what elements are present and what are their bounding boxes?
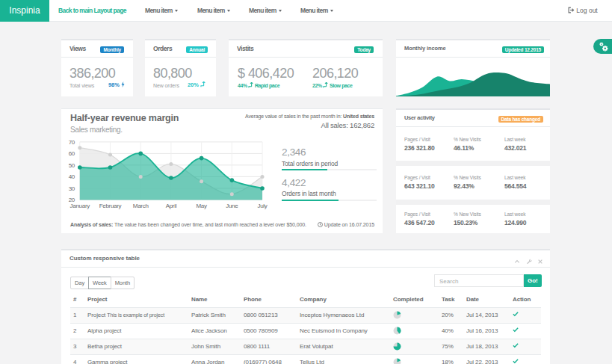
svg-text:May: May [196,203,207,209]
svg-text:50: 50 [69,162,75,169]
svg-text:April: April [166,203,177,209]
svg-text:February: February [99,203,122,209]
svg-text:30: 30 [69,185,75,192]
svg-text:70: 70 [69,139,75,146]
svg-text:March: March [133,203,149,209]
svg-text:July: July [257,203,267,209]
svg-text:January: January [70,203,90,209]
svg-text:60: 60 [69,150,75,157]
svg-text:June: June [226,203,238,209]
svg-text:40: 40 [69,173,75,180]
